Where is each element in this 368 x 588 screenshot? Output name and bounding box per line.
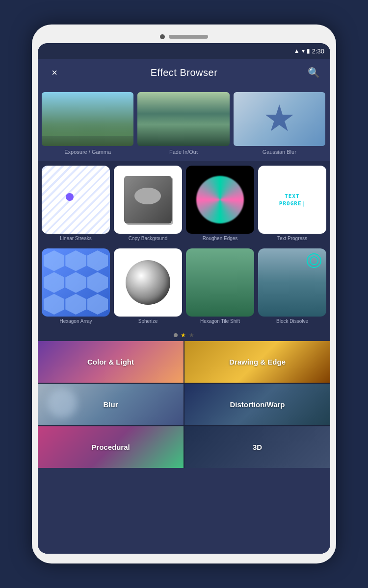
hex-cell	[65, 272, 86, 293]
effects-grid-section-2: Hexagon Array Spherize Hexagon Tile Shif…	[38, 246, 330, 329]
effect-label-text-progress: Text Progress	[277, 236, 307, 242]
effect-item-spherize[interactable]: Spherize	[114, 248, 182, 324]
effect-item-linear-streaks[interactable]: Linear Streaks	[42, 166, 110, 242]
featured-section: Exposure / Gamma Fade In/Out Gaussian Bl…	[38, 86, 330, 161]
copy-bg-inner	[124, 176, 172, 223]
featured-item-exposure[interactable]: Exposure / Gamma	[42, 92, 133, 155]
featured-item-fade[interactable]: Fade In/Out	[137, 92, 229, 155]
effect-thumb-text-progress: TEXT PROGRE|	[258, 166, 326, 234]
categories-grid: Color & Light Drawing & Edge Blur Distor…	[38, 341, 330, 468]
pagination-dot-2[interactable]: ★	[181, 333, 186, 337]
thumb-exposure-img	[42, 92, 133, 146]
effect-thumb-block-dissolve	[258, 248, 326, 317]
category-label-procedural: Procedural	[91, 443, 130, 451]
effects-grid-2: Hexagon Array Spherize Hexagon Tile Shif…	[42, 248, 326, 324]
camera-dot	[160, 34, 165, 39]
hex-cell	[87, 294, 108, 315]
effect-thumb-spherize	[114, 248, 182, 317]
featured-thumb-fade	[137, 92, 229, 146]
effect-label-hex-tile: Hexagon Tile Shift	[200, 318, 240, 324]
effects-grid-section-1: Linear Streaks Copy Background	[38, 161, 330, 246]
category-label-distortion: Distortion/Warp	[230, 400, 285, 409]
close-button[interactable]: ×	[46, 64, 63, 81]
roughen-circle	[196, 176, 244, 223]
featured-label-fade: Fade In/Out	[169, 149, 198, 155]
category-item-blur[interactable]: Blur	[38, 384, 184, 425]
category-label-blur: Blur	[104, 400, 118, 409]
category-item-color-light[interactable]: Color & Light	[38, 341, 184, 383]
effect-item-hex-tile[interactable]: Hexagon Tile Shift	[186, 248, 254, 324]
category-label-color-light: Color & Light	[87, 358, 134, 366]
gaussian-star	[264, 104, 294, 134]
hex-cell	[87, 250, 108, 271]
effect-label-hex-array: Hexagon Array	[59, 318, 92, 324]
streak-dot	[66, 193, 74, 201]
featured-thumb-gaussian	[234, 92, 325, 146]
phone-frame: ▲ ▾ ▮ 2:30 × Effect Browser 🔍 Exposure /…	[32, 24, 336, 564]
signal-icon: ▲	[294, 48, 300, 54]
effect-label-block-dissolve: Block Dissolve	[276, 318, 308, 324]
effect-label-copy-bg: Copy Background	[129, 236, 168, 242]
search-button[interactable]: 🔍	[305, 64, 322, 81]
status-bar: ▲ ▾ ▮ 2:30	[38, 43, 330, 59]
pagination-dot-1[interactable]	[174, 333, 178, 337]
effect-thumb-roughen	[186, 166, 254, 234]
effect-thumb-linear-streaks	[42, 166, 110, 234]
featured-label-gaussian: Gaussian Blur	[263, 149, 296, 155]
featured-thumb-exposure	[42, 92, 133, 146]
hex-cell	[87, 272, 108, 293]
effect-label-linear-streaks: Linear Streaks	[60, 236, 91, 242]
category-item-3d[interactable]: 3D	[184, 426, 330, 468]
hex-cell	[65, 294, 86, 315]
app-bar-title: Effect Browser	[151, 67, 218, 78]
hex-cell	[44, 250, 64, 271]
app-bar: × Effect Browser 🔍	[38, 59, 330, 86]
wifi-icon: ▾	[302, 48, 305, 54]
battery-icon: ▮	[307, 48, 310, 54]
effect-item-roughen[interactable]: Roughen Edges	[186, 166, 254, 242]
pagination: ★ ★	[38, 329, 330, 341]
effect-thumb-hex-array	[42, 248, 110, 317]
dissolve-overlay	[307, 253, 321, 268]
category-item-distortion[interactable]: Distortion/Warp	[184, 384, 330, 425]
effect-item-hex-array[interactable]: Hexagon Array	[42, 248, 110, 324]
text-prog-line1: TEXT	[285, 193, 300, 199]
thumb-fade-img	[137, 92, 229, 146]
hex-cell	[44, 272, 64, 293]
effect-item-copy-bg[interactable]: Copy Background	[114, 166, 182, 242]
effect-item-block-dissolve[interactable]: Block Dissolve	[258, 248, 326, 324]
pagination-dot-3[interactable]: ★	[189, 333, 194, 337]
dissolve-inner-circle	[310, 256, 318, 265]
effect-label-spherize: Spherize	[138, 318, 158, 324]
scroll-content[interactable]: Exposure / Gamma Fade In/Out Gaussian Bl…	[38, 86, 330, 554]
hex-cell	[65, 250, 86, 271]
effect-label-roughen: Roughen Edges	[203, 236, 238, 242]
featured-label-exposure: Exposure / Gamma	[64, 149, 111, 155]
category-label-drawing: Drawing & Edge	[229, 358, 286, 366]
category-item-drawing[interactable]: Drawing & Edge	[184, 341, 330, 383]
phone-top-bar	[38, 34, 330, 39]
status-icons: ▲ ▾ ▮ 2:30	[294, 48, 324, 55]
thumb-gaussian-img	[234, 92, 325, 146]
category-label-3d: 3D	[253, 443, 262, 451]
hex-pattern	[42, 248, 110, 317]
effect-thumb-hex-tile	[186, 248, 254, 317]
screen: ▲ ▾ ▮ 2:30 × Effect Browser 🔍 Exposure /…	[38, 43, 330, 554]
effect-item-text-progress[interactable]: TEXT PROGRE| Text Progress	[258, 166, 326, 242]
hex-cell	[44, 294, 64, 315]
text-prog-line2: PROGRE|	[279, 200, 305, 207]
status-time: 2:30	[312, 48, 324, 55]
speaker	[169, 35, 208, 39]
featured-item-gaussian[interactable]: Gaussian Blur	[234, 92, 325, 155]
effects-grid-1: Linear Streaks Copy Background	[42, 166, 326, 242]
sphere	[126, 260, 170, 304]
effect-thumb-copy-bg	[114, 166, 182, 234]
category-item-procedural[interactable]: Procedural	[38, 426, 184, 468]
